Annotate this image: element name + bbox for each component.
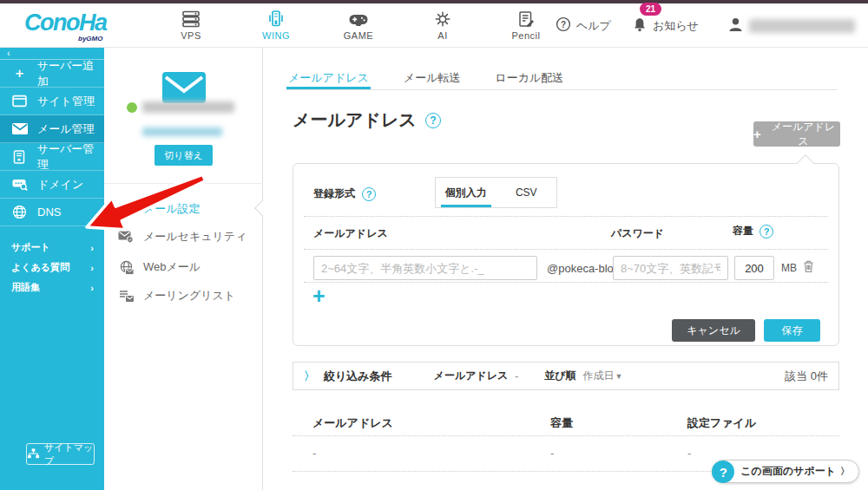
title-help-icon[interactable]: ? <box>425 113 441 128</box>
filter-email-label: メールアドレス <box>434 369 509 383</box>
result-count: 該当 0件 <box>785 369 828 384</box>
gamepad-icon <box>326 9 391 28</box>
chevron-right-icon: › <box>90 283 94 293</box>
sidebar-item-mail-management[interactable]: メール管理 <box>0 115 104 143</box>
mail-domain-redacted <box>142 101 234 113</box>
filter-email-value: - <box>515 370 518 382</box>
page-title: メールアドレス <box>293 108 417 132</box>
tab-local-delivery[interactable]: ローカル配送 <box>493 65 565 89</box>
tab-mail-address[interactable]: メールアドレス <box>286 65 371 89</box>
sidebar-item-label: サイト管理 <box>37 94 95 109</box>
logo-subtext: byGMO <box>78 35 102 42</box>
mail-account-row <box>127 101 234 113</box>
divider <box>304 249 828 250</box>
conoha-logo[interactable]: ConoHa byGMO <box>24 10 128 44</box>
capacity-unit-label: MB <box>781 262 797 274</box>
filter-bar[interactable]: 〉 絞り込み条件 メールアドレス - 並び順 作成日▼ 該当 0件 <box>293 362 839 390</box>
add-row-plus-button[interactable]: + <box>312 285 326 307</box>
password-label: パスワード <box>611 226 664 241</box>
capacity-help-icon[interactable]: ? <box>760 225 773 238</box>
sort-value[interactable]: 作成日 <box>583 369 615 383</box>
nav-item-ai[interactable]: AI <box>410 9 476 48</box>
chevron-right-icon: 〉 <box>840 465 850 478</box>
pencil-document-icon <box>493 9 559 28</box>
status-dot <box>127 102 137 113</box>
sidebar-item-site-management[interactable]: サイト管理 <box>0 88 104 115</box>
email-label: メールアドレス <box>313 226 388 241</box>
sidebar-item-label: メール管理 <box>37 121 95 137</box>
chevron-right-icon: › <box>90 263 94 273</box>
nav-item-vps[interactable]: VPS <box>158 9 224 48</box>
subsidebar-item-mailing-list[interactable]: メーリングリスト <box>104 284 263 308</box>
help-button[interactable]: ? ヘルプ <box>556 3 611 48</box>
account-menu[interactable] <box>727 3 855 48</box>
table-cell: - <box>550 447 554 460</box>
sidebar-item-dns[interactable]: DNS <box>0 199 104 226</box>
browser-window-icon <box>11 95 28 108</box>
registration-format-label: 登録形式 <box>313 186 355 201</box>
domain-com-icon <box>11 178 28 191</box>
format-tab-csv[interactable]: CSV <box>496 178 557 207</box>
add-button-label: メールアドレス <box>766 120 840 149</box>
divider <box>304 282 828 283</box>
format-tab-group: 個別入力 CSV <box>435 177 557 208</box>
switch-button[interactable]: 切り替え <box>155 145 213 166</box>
subsidebar-item-webmail[interactable]: Webメール <box>104 255 263 279</box>
tab-mail-forwarding[interactable]: メール転送 <box>402 65 463 89</box>
chevron-right-icon: › <box>90 243 94 253</box>
format-help-icon[interactable]: ? <box>362 187 376 201</box>
subsidebar-item-mail-security[interactable]: メールセキュリティ <box>104 225 263 249</box>
filter-expand-chevron-icon[interactable]: 〉 <box>304 369 315 384</box>
nav-label: Pencil <box>493 30 559 41</box>
sitemap-button[interactable]: サイトマップ <box>26 443 95 465</box>
nav-item-wing[interactable]: WING <box>243 9 309 48</box>
plus-icon: ＋ <box>11 65 28 82</box>
user-icon <box>727 16 744 36</box>
sidebar: ‹ ＋ サーバー追加 サイト管理 メール管理 サーバー管理 ドメイン DNS <box>0 48 104 490</box>
sitemap-icon <box>27 448 40 461</box>
add-mail-address-button[interactable]: + メールアドレス <box>753 121 840 147</box>
nav-item-game[interactable]: GAME <box>326 9 391 48</box>
divider <box>293 435 839 436</box>
sidebar-item-label: ドメイン <box>37 177 83 193</box>
sidebar-link-faq[interactable]: よくある質問 › <box>0 258 104 278</box>
capacity-input[interactable] <box>734 256 774 280</box>
subsidebar-item-label: メール設定 <box>143 201 201 217</box>
subsidebar-item-label: メーリングリスト <box>143 288 235 304</box>
notifications-button[interactable]: 21 お知らせ <box>632 3 699 48</box>
sort-caret-down-icon[interactable]: ▼ <box>615 372 623 381</box>
divider <box>304 216 828 217</box>
mail-link-redacted[interactable] <box>142 127 222 136</box>
format-tab-individual[interactable]: 個別入力 <box>436 178 496 207</box>
tab-bar: メールアドレス メール転送 ローカル配送 <box>286 65 838 90</box>
sidebar-item-add-server[interactable]: ＋ サーバー追加 <box>0 60 104 88</box>
sidebar-link-glossary[interactable]: 用語集 › <box>0 278 104 297</box>
sidebar-link-label: よくある質問 <box>11 261 69 274</box>
cancel-button[interactable]: キャンセル <box>672 319 755 342</box>
sidebar-link-label: 用語集 <box>11 281 40 294</box>
support-label: この画面のサポート <box>740 464 836 479</box>
plus-icon: + <box>753 127 761 141</box>
email-local-part-input[interactable] <box>313 256 537 280</box>
table-cell: - <box>687 447 691 460</box>
nav-item-pencil[interactable]: Pencil <box>493 9 559 48</box>
capacity-label: 容量 <box>733 224 753 238</box>
sidebar-item-domain[interactable]: ドメイン <box>0 171 104 199</box>
vps-server-icon <box>158 9 224 28</box>
mail-subsidebar: 切り替え メール設定 メールセキュリティ Webメール メーリングリスト <box>104 48 263 490</box>
column-header-capacity: 容量 <box>550 415 573 431</box>
wing-icon <box>243 9 309 28</box>
table-cell: - <box>312 447 316 460</box>
sidebar-item-server-management[interactable]: サーバー管理 <box>0 143 104 171</box>
collapse-chevron-icon: ‹ <box>7 48 10 58</box>
delete-row-trash-icon[interactable] <box>803 259 814 277</box>
screen-support-button[interactable]: ? この画面のサポート 〉 <box>712 460 859 483</box>
envelope-icon <box>11 123 28 134</box>
subsidebar-item-mail-settings[interactable]: メール設定 <box>104 197 263 221</box>
save-button[interactable]: 保存 <box>764 319 820 342</box>
sidebar-link-support[interactable]: サポート › <box>0 238 104 258</box>
nav-label: AI <box>410 30 476 41</box>
password-input[interactable] <box>613 256 728 280</box>
notification-badge: 21 <box>640 3 661 16</box>
nav-label: GAME <box>326 30 391 41</box>
